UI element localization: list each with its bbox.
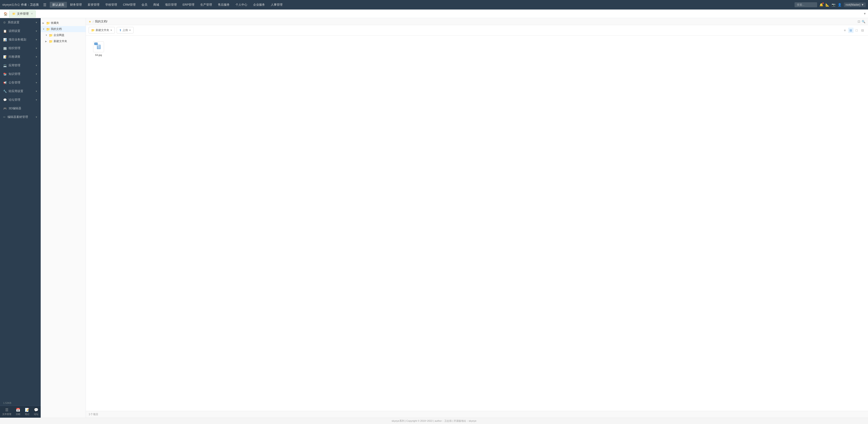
file-manager-icon: ☰ [5, 408, 8, 412]
sidebar-label-app: 应用管理 [8, 63, 20, 67]
lightapp-icon: 🔧 [3, 90, 7, 93]
nav-item-school[interactable]: 学校管理 [103, 2, 120, 8]
sidebar-item-announcement[interactable]: 📢 公告管理 ▼ [0, 78, 41, 87]
new-folder-button[interactable]: 📁 新建文件夹 ▼ [89, 27, 115, 33]
breadcrumb-path: 我的文档/ [95, 20, 856, 24]
new-folder-label: 新建文件夹 [96, 28, 109, 32]
upload-btn-icon: ⬆ [119, 29, 122, 32]
survey-icon: 📝 [3, 55, 7, 59]
nav-item-salary[interactable]: 薪资管理 [85, 2, 102, 8]
announcement-icon: 📢 [3, 81, 7, 84]
view-options: ≡ ⊞ □ ⊟ [842, 28, 865, 33]
my-docs-folder-icon: 📁 [46, 27, 50, 31]
description-icon: 📋 [3, 29, 7, 33]
bottom-nav-label-forum: 论坛 [34, 413, 38, 416]
view-settings-icon[interactable]: ⊟ [860, 28, 865, 33]
new-folder-btn-icon: 📁 [91, 29, 95, 32]
bottom-nav-notes[interactable]: 📝 笔记 [25, 408, 29, 416]
user-menu-button[interactable]: root(Master) ▼ [844, 2, 866, 7]
upload-button[interactable]: ⬆ 上传 ▼ [117, 27, 133, 33]
sidebar-item-project-business[interactable]: 📊 项目业务规划 ▼ [0, 35, 41, 44]
chevron-icon: ▼ [35, 64, 37, 67]
sidebar-item-description-settings[interactable]: 📋 说明设置 ▼ [0, 27, 41, 35]
chevron-icon: ▼ [35, 98, 37, 101]
view-grid-icon[interactable]: ⊞ [848, 28, 854, 33]
nav-item-hr[interactable]: 人事管理 [268, 2, 285, 8]
sidebar-label-editor: 编辑器素材管理 [7, 115, 28, 119]
nav-item-project[interactable]: 项目管理 [162, 2, 180, 8]
file-item-64jpg[interactable]: <> 🖥 64.jpg [90, 39, 107, 59]
sidebar-label-survey: 问卷调查 [8, 55, 20, 59]
expand-arrow-icon: ▼ [45, 34, 48, 36]
upload-label: 上传 [123, 28, 128, 32]
org-icon: 🏢 [3, 47, 7, 50]
tree-label-favorites: 收藏夹 [51, 21, 59, 25]
tree-item-favorites[interactable]: ▶ 📁 收藏夹 [41, 20, 86, 26]
tab-expand-icon[interactable]: ▼ [863, 12, 866, 16]
avatar[interactable]: 👤 [838, 3, 842, 6]
forum-bottom-icon: 💬 [34, 408, 38, 412]
sidebar-item-org-management[interactable]: 🏢 组织管理 ▼ [0, 44, 41, 53]
file-tree: ▶ 📁 收藏夹 ▼ 📁 我的文档 ▼ 📁 企业网盘 ▶ 📁 新建 [41, 18, 86, 418]
new-folder-dropdown-icon: ▼ [110, 29, 112, 31]
nav-item-shop[interactable]: 商城 [151, 2, 162, 8]
knowledge-icon: 📚 [3, 73, 7, 76]
nav-item-personal[interactable]: 个人中心 [233, 2, 250, 8]
nav-item-erp[interactable]: ERP管理 [180, 2, 197, 8]
file-content-panel: ★ / 我的文档/ ⊡ 🔍 📁 新建文件夹 ▼ ⬆ [86, 18, 868, 418]
file-grid: <> 🖥 64.jpg [86, 35, 868, 411]
tree-label-my-docs: 我的文档 [51, 27, 62, 31]
favorite-star-icon[interactable]: ★ [89, 20, 91, 23]
nav-item-aftersales[interactable]: 售后服务 [215, 2, 232, 8]
file-size-label: 1.53KB [0, 400, 41, 406]
breadcrumb-expand-icon[interactable]: ⊡ [858, 20, 860, 23]
nav-menu: 默认桌面 财务管理 薪资管理 学校管理 CRM管理 会员 商城 项目管理 ERP… [50, 2, 795, 8]
file-name-label: 64.jpg [95, 54, 102, 56]
footer-text: skyeye系列 | Copyright © 2018~2022 | autho… [392, 420, 476, 422]
view-list-icon[interactable]: ≡ [842, 28, 847, 33]
sidebar-item-knowledge[interactable]: 📚 知识管理 ▼ [0, 70, 41, 78]
tab-file-manager[interactable]: 📁 文件管理 ✕ [9, 10, 36, 18]
sidebar-item-app-management[interactable]: 💻 应用管理 ▼ [0, 61, 41, 70]
code-badge: <> [94, 43, 98, 45]
bottom-nav-calendar[interactable]: 📅 日程 [16, 408, 20, 416]
sidebar-item-survey[interactable]: 📝 问卷调查 ▼ [0, 53, 41, 61]
bottom-nav-file-manager[interactable]: ☰ 文件管理 [2, 408, 11, 416]
nav-item-crm[interactable]: CRM管理 [120, 2, 138, 8]
nav-item-production[interactable]: 生产管理 [197, 2, 215, 8]
sidebar-label-3d: 3D编辑器 [8, 106, 21, 110]
sidebar-item-system-settings[interactable]: ⚙ 系统设置 ▼ [0, 18, 41, 27]
sidebar-bottom-nav: ☰ 文件管理 📅 日程 📝 笔记 💬 论坛 [0, 406, 41, 418]
file-thumbnail: <> 🖥 [93, 41, 104, 52]
chevron-icon: ▼ [35, 90, 37, 92]
sidebar-item-forum[interactable]: 💬 论坛管理 ▼ [0, 95, 41, 104]
sidebar-label-announcement: 公告管理 [8, 81, 20, 85]
breadcrumb-search-icon[interactable]: 🔍 [862, 20, 865, 23]
chevron-icon: ▼ [35, 30, 37, 32]
notification-bell-icon[interactable]: 🔔 [819, 3, 823, 6]
favorites-folder-icon: 📁 [46, 21, 50, 25]
chevron-icon: ▼ [35, 73, 37, 75]
nav-item-finance[interactable]: 财务管理 [67, 2, 85, 8]
menu-toggle-icon[interactable]: ☰ [43, 3, 46, 7]
sidebar-item-light-app[interactable]: 🔧 轻应用设置 ▼ [0, 87, 41, 95]
home-button[interactable]: 🏠 [2, 11, 9, 17]
nav-item-desktop[interactable]: 默认桌面 [50, 2, 67, 8]
tab-close-icon[interactable]: ✕ [31, 12, 33, 15]
sidebar-item-editor-assets[interactable]: ✏ 编辑器素材管理 ▼ [0, 113, 41, 121]
tree-item-enterprise-disk[interactable]: ▼ 📁 企业网盘 [41, 32, 86, 38]
photo-icon[interactable]: 📷 [832, 3, 835, 6]
settings-icon[interactable]: 📐 [826, 3, 829, 6]
nav-item-enterprise[interactable]: 企业服务 [250, 2, 268, 8]
bottom-nav-forum[interactable]: 💬 论坛 [34, 408, 38, 416]
bottom-nav-label-files: 文件管理 [2, 413, 11, 416]
top-search-input[interactable] [795, 2, 817, 7]
sidebar-item-3d-editor[interactable]: 🎮 3D编辑器 [0, 104, 41, 113]
nav-item-member[interactable]: 会员 [139, 2, 150, 8]
tree-item-new-folder[interactable]: ▶ 📁 新建文件夹 [41, 38, 86, 44]
new-folder-icon: 📁 [49, 39, 53, 43]
view-large-icon[interactable]: □ [855, 28, 859, 33]
file-count-bar: 1个项目 [86, 411, 868, 418]
forum-icon: 💬 [3, 98, 7, 102]
tree-item-my-docs[interactable]: ▼ 📁 我的文档 [41, 26, 86, 32]
